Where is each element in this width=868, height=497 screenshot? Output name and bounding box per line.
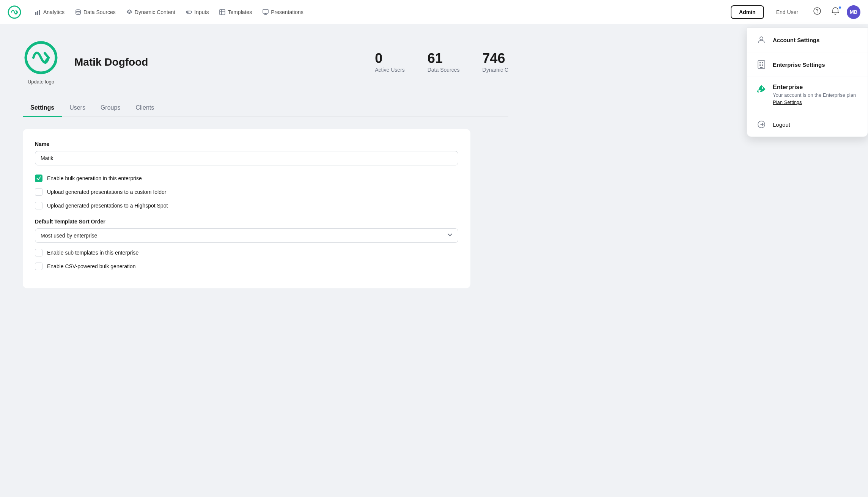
dropdown-item-logout[interactable]: Logout (747, 112, 868, 137)
navbar: Analytics Data Sources Dynamic Content I… (0, 0, 868, 24)
svg-rect-3 (39, 10, 40, 15)
checkbox-row-csv-bulk: Enable CSV-powered bulk generation (35, 263, 458, 270)
nav-item-analytics[interactable]: Analytics (30, 6, 69, 18)
svg-rect-9 (221, 9, 222, 15)
plan-settings-link[interactable]: Plan Settings (773, 99, 856, 105)
nav-items: Analytics Data Sources Dynamic Content I… (30, 6, 731, 18)
org-logo (23, 39, 59, 76)
admin-button[interactable]: Admin (731, 5, 764, 19)
checkbox-label-csv-bulk: Enable CSV-powered bulk generation (47, 263, 136, 269)
checkbox-label-sub-templates: Enable sub templates in this enterprise (47, 250, 138, 256)
checkbox-csv-bulk[interactable] (35, 263, 42, 270)
user-avatar[interactable]: MB (847, 5, 860, 19)
layers-icon (126, 9, 132, 15)
name-field-label: Name (35, 141, 458, 147)
org-name: Matik Dogfood (74, 56, 148, 68)
svg-point-22 (762, 87, 763, 89)
svg-rect-16 (760, 62, 761, 63)
svg-rect-17 (762, 62, 763, 63)
nav-right: Admin End User MB (731, 5, 860, 19)
nav-logo[interactable] (8, 5, 21, 19)
database-icon (75, 9, 81, 15)
stat-data-sources: 61 Data Sources (428, 52, 460, 73)
org-header: Update logo Matik Dogfood 0 Active Users… (23, 39, 508, 85)
sort-order-select[interactable]: Most used by enterprise Most recently us… (35, 228, 458, 243)
toggle-icon (186, 9, 192, 15)
tab-groups[interactable]: Groups (93, 100, 128, 117)
nav-item-templates[interactable]: Templates (215, 6, 256, 18)
svg-rect-2 (37, 11, 38, 15)
tab-settings[interactable]: Settings (23, 100, 62, 117)
settings-panel: Name Enable bulk generation in this ente… (23, 129, 470, 288)
svg-point-6 (187, 11, 189, 13)
enterprise-plan-subtitle: Your account is on the Enterprise plan (773, 92, 856, 98)
dropdown-item-enterprise-settings[interactable]: Enterprise Settings (747, 52, 868, 77)
checkbox-highspot[interactable] (35, 202, 42, 209)
svg-rect-8 (220, 11, 225, 12)
checkbox-row-highspot: Upload generated presentations to a High… (35, 202, 458, 209)
notification-badge (838, 6, 841, 9)
help-icon (813, 7, 821, 17)
svg-rect-10 (263, 9, 268, 13)
enterprise-settings-label: Enterprise Settings (773, 61, 825, 68)
nav-item-inputs[interactable]: Inputs (181, 6, 213, 18)
logout-icon (756, 119, 767, 130)
checkbox-label-custom-folder: Upload generated presentations to a cust… (47, 189, 166, 195)
svg-point-14 (760, 37, 763, 40)
svg-rect-18 (760, 64, 761, 66)
user-dropdown-menu: Account Settings Enterprise Settings Ent… (747, 27, 868, 137)
enterprise-plan-title: Enterprise (773, 84, 856, 91)
svg-rect-1 (35, 12, 36, 15)
checkbox-custom-folder[interactable] (35, 188, 42, 196)
bar-chart-icon (35, 9, 41, 15)
svg-rect-20 (760, 67, 763, 68)
stat-active-users: 0 Active Users (375, 52, 405, 73)
svg-rect-7 (220, 9, 225, 15)
presentation-icon (263, 9, 269, 15)
tab-users[interactable]: Users (62, 100, 93, 117)
person-icon (756, 35, 767, 45)
update-logo-link[interactable]: Update logo (28, 79, 54, 85)
tab-clients[interactable]: Clients (128, 100, 162, 117)
checkbox-label-highspot: Upload generated presentations to a High… (47, 203, 168, 209)
nav-item-presentations[interactable]: Presentations (258, 6, 308, 18)
nav-item-data-sources[interactable]: Data Sources (71, 6, 120, 18)
stat-dynamic-content: 746 Dynamic C (483, 52, 508, 73)
page-content: Update logo Matik Dogfood 0 Active Users… (0, 24, 531, 304)
dropdown-item-account-settings[interactable]: Account Settings (747, 28, 868, 52)
rocket-icon (756, 84, 767, 94)
svg-point-21 (759, 90, 761, 91)
sort-order-select-wrap: Most used by enterprise Most recently us… (35, 228, 458, 243)
help-button[interactable] (810, 5, 824, 19)
notifications-button[interactable] (829, 5, 842, 19)
sort-order-label: Default Template Sort Order (35, 219, 458, 225)
dropdown-enterprise-section: Enterprise Your account is on the Enterp… (747, 77, 868, 112)
checkbox-sub-templates[interactable] (35, 249, 42, 256)
page-tabs: Settings Users Groups Clients (23, 100, 508, 117)
end-user-button[interactable]: End User (769, 6, 806, 18)
account-settings-label: Account Settings (773, 37, 819, 43)
template-icon (219, 9, 225, 15)
checkbox-row-sub-templates: Enable sub templates in this enterprise (35, 249, 458, 256)
checkbox-label-bulk-gen: Enable bulk generation in this enterpris… (47, 175, 142, 181)
building-icon (756, 59, 767, 70)
org-logo-wrap: Update logo (23, 39, 59, 85)
name-input[interactable] (35, 151, 458, 165)
checkbox-bulk-gen[interactable] (35, 175, 42, 182)
logout-label: Logout (773, 121, 790, 128)
checkbox-row-custom-folder: Upload generated presentations to a cust… (35, 188, 458, 196)
checkbox-row-bulk-gen: Enable bulk generation in this enterpris… (35, 175, 458, 182)
svg-point-12 (817, 13, 818, 13)
svg-rect-19 (762, 64, 763, 66)
nav-item-dynamic-content[interactable]: Dynamic Content (122, 6, 180, 18)
org-stats: 0 Active Users 61 Data Sources 746 Dynam… (375, 52, 508, 73)
svg-point-4 (76, 9, 80, 11)
